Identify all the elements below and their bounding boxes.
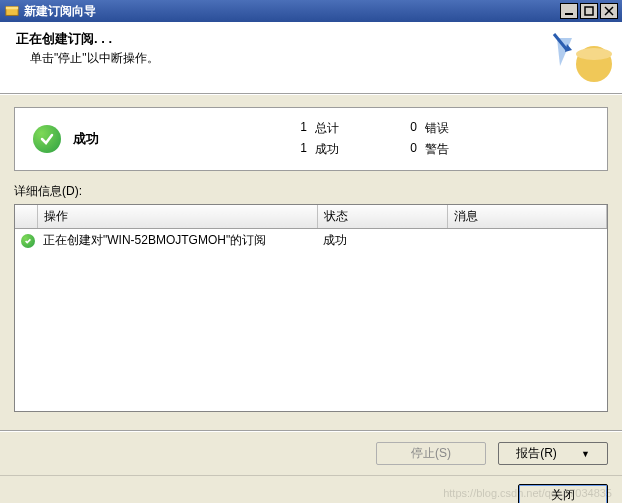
stop-button-label: 停止(S) xyxy=(411,445,451,462)
total-count: 1 xyxy=(285,120,315,137)
maximize-button[interactable] xyxy=(580,3,598,19)
col-message-header[interactable]: 消息 xyxy=(447,205,607,229)
col-status-header[interactable]: 状态 xyxy=(317,205,447,229)
summary-panel: 成功 1 总计 0 错误 1 成功 0 警告 xyxy=(14,107,608,171)
svg-rect-1 xyxy=(6,7,18,10)
wizard-header: 正在创建订阅. . . 单击"停止"以中断操作。 xyxy=(0,22,622,94)
col-icon-header[interactable] xyxy=(15,205,37,229)
window-controls xyxy=(560,3,618,19)
warning-label: 警告 xyxy=(425,141,485,158)
svg-point-7 xyxy=(576,48,612,60)
warning-count: 0 xyxy=(395,141,425,158)
success-count: 1 xyxy=(285,141,315,158)
table-row[interactable]: 正在创建对"WIN-52BMOJTGMOH"的订阅 成功 xyxy=(15,229,607,253)
wizard-body: 成功 1 总计 0 错误 1 成功 0 警告 详细信息(D): 操作 状态 消息 xyxy=(0,94,622,430)
page-subtitle: 单击"停止"以中断操作。 xyxy=(30,50,606,67)
summary-status: 成功 xyxy=(73,130,143,148)
close-button[interactable]: 关闭 xyxy=(518,484,608,503)
close-window-button[interactable] xyxy=(600,3,618,19)
col-operation-header[interactable]: 操作 xyxy=(37,205,317,229)
dropdown-arrow-icon: ▼ xyxy=(581,449,590,459)
window-title: 新建订阅向导 xyxy=(24,3,560,20)
close-row: 关闭 xyxy=(0,475,622,503)
row-message xyxy=(447,229,607,253)
report-button[interactable]: 报告(R) ▼ xyxy=(498,442,608,465)
app-icon xyxy=(4,3,20,19)
row-success-icon xyxy=(21,234,35,248)
stop-button: 停止(S) xyxy=(376,442,486,465)
report-button-label: 报告(R) xyxy=(516,445,557,462)
page-title: 正在创建订阅. . . xyxy=(16,30,606,48)
row-operation: 正在创建对"WIN-52BMOJTGMOH"的订阅 xyxy=(37,229,317,253)
details-label: 详细信息(D): xyxy=(14,183,608,200)
total-label: 总计 xyxy=(315,120,395,137)
error-label: 错误 xyxy=(425,120,485,137)
row-status: 成功 xyxy=(317,229,447,253)
titlebar: 新建订阅向导 xyxy=(0,0,622,22)
success-icon xyxy=(33,125,61,153)
success-label: 成功 xyxy=(315,141,395,158)
minimize-button[interactable] xyxy=(560,3,578,19)
button-row: 停止(S) 报告(R) ▼ xyxy=(0,432,622,475)
header-graphic xyxy=(552,30,612,86)
details-table: 操作 状态 消息 正在创建对"WIN-52BMOJTGMOH"的订阅 成功 xyxy=(14,204,608,412)
svg-rect-3 xyxy=(585,7,593,15)
error-count: 0 xyxy=(395,120,425,137)
summary-stats: 1 总计 0 错误 1 成功 0 警告 xyxy=(285,120,485,158)
